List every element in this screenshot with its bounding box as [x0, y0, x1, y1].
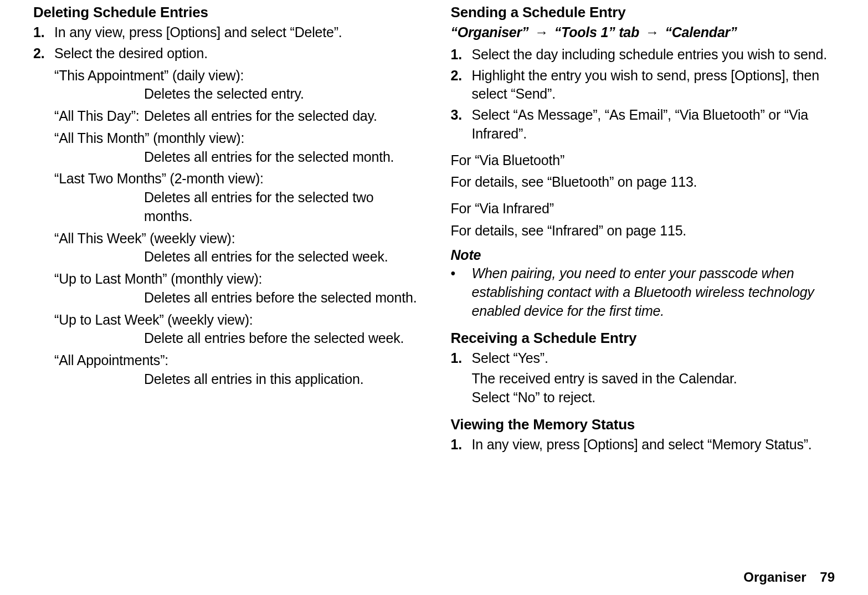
receiving-steps: 1. Select “Yes”.	[451, 349, 835, 368]
step-text: Select “Yes”.	[472, 349, 835, 368]
option-desc: Deletes all entries for the selected two…	[144, 188, 418, 226]
option-desc: Deletes all entries for the selected wee…	[144, 248, 418, 266]
list-item: 1. Select the day including schedule ent…	[451, 45, 835, 64]
sending-steps: 1. Select the day including schedule ent…	[451, 45, 835, 143]
option-term: “All Appointments”:	[54, 351, 418, 370]
step-text: Select the day including schedule entrie…	[472, 45, 835, 64]
list-item: 3. Select “As Message”, “As Email”, “Via…	[451, 106, 835, 143]
step-number: 2.	[33, 44, 54, 63]
heading-memory-status: Viewing the Memory Status	[451, 415, 835, 434]
nav-part: “Calendar”	[665, 24, 737, 40]
option-term: “All This Day”:	[54, 107, 144, 126]
option-term: “Up to Last Month” (monthly view):	[54, 270, 418, 289]
option-last-two-months: “Last Two Months” (2-month view): Delete…	[54, 170, 418, 225]
left-column: Deleting Schedule Entries 1. In any view…	[33, 3, 418, 584]
step-number: 3.	[451, 106, 472, 143]
heading-receiving: Receiving a Schedule Entry	[451, 329, 835, 348]
delete-options: “This Appointment” (daily view): Deletes…	[54, 66, 418, 389]
step-number: 1.	[451, 349, 472, 368]
option-desc: Deletes all entries for the selected day…	[144, 107, 418, 126]
bullet-icon: •	[451, 264, 468, 320]
option-term: “Last Two Months” (2-month view):	[54, 170, 418, 188]
option-all-this-week: “All This Week” (weekly view): Deletes a…	[54, 229, 418, 267]
option-this-appointment: “This Appointment” (daily view): Deletes…	[54, 66, 418, 104]
infrared-heading: For “Via Infrared”	[451, 199, 835, 218]
footer-section: Organiser	[743, 570, 806, 584]
arrow-right-icon: →	[643, 24, 661, 40]
step-number: 2.	[451, 66, 472, 104]
option-term: “All This Week” (weekly view):	[54, 229, 418, 248]
arrow-right-icon: →	[532, 24, 551, 40]
step-text: Select “As Message”, “As Email”, “Via Bl…	[472, 106, 835, 143]
list-item: 1. Select “Yes”.	[451, 349, 835, 368]
note-body: • When pairing, you need to enter your p…	[451, 264, 835, 320]
list-item: 2. Highlight the entry you wish to send,…	[451, 66, 835, 104]
page-footer: Organiser 79	[743, 570, 835, 585]
option-up-to-last-month: “Up to Last Month” (monthly view): Delet…	[54, 270, 418, 307]
step-number: 1.	[451, 435, 472, 454]
bluetooth-heading: For “Via Bluetooth”	[451, 151, 835, 170]
option-desc: Deletes all entries in this application.	[144, 370, 418, 389]
heading-sending: Sending a Schedule Entry	[451, 3, 835, 22]
infrared-text: For details, see “Infrared” on page 115.	[451, 222, 835, 240]
step-text: Select the desired option.	[54, 44, 418, 63]
receiving-subtext: Select “No” to reject.	[472, 388, 835, 407]
list-item: 1. In any view, press [Options] and sele…	[33, 23, 418, 42]
option-all-this-month: “All This Month” (monthly view): Deletes…	[54, 129, 418, 167]
step-number: 1.	[451, 45, 472, 64]
step-text: In any view, press [Options] and select …	[472, 435, 835, 454]
deleting-steps: 1. In any view, press [Options] and sele…	[33, 23, 418, 63]
step-text: Highlight the entry you wish to send, pr…	[472, 66, 835, 104]
option-term: “Up to Last Week” (weekly view):	[54, 311, 418, 330]
option-desc: Delete all entries before the selected w…	[144, 329, 418, 348]
option-desc: Deletes all entries for the selected mon…	[144, 148, 418, 167]
nav-part: “Tools 1” tab	[554, 24, 639, 40]
option-all-this-day: “All This Day”: Deletes all entries for …	[54, 107, 418, 126]
receiving-subtext: The received entry is saved in the Calen…	[472, 370, 835, 388]
nav-part: “Organiser”	[451, 24, 529, 40]
option-desc: Deletes all entries before the selected …	[144, 289, 418, 307]
list-item: 1. In any view, press [Options] and sele…	[451, 435, 835, 454]
bluetooth-text: For details, see “Bluetooth” on page 113…	[451, 173, 835, 192]
note-text: When pairing, you need to enter your pas…	[468, 264, 835, 320]
heading-deleting: Deleting Schedule Entries	[33, 3, 418, 22]
option-term: “This Appointment” (daily view):	[54, 66, 418, 85]
footer-page-number: 79	[820, 570, 835, 584]
list-item: 2. Select the desired option.	[33, 44, 418, 63]
step-number: 1.	[33, 23, 54, 42]
step-text: In any view, press [Options] and select …	[54, 23, 418, 42]
nav-path: “Organiser” → “Tools 1” tab → “Calendar”	[451, 23, 835, 42]
option-term: “All This Month” (monthly view):	[54, 129, 418, 148]
option-up-to-last-week: “Up to Last Week” (weekly view): Delete …	[54, 311, 418, 348]
option-all-appointments: “All Appointments”: Deletes all entries …	[54, 351, 418, 389]
memory-steps: 1. In any view, press [Options] and sele…	[451, 435, 835, 454]
option-desc: Deletes the selected entry.	[144, 85, 418, 104]
note-heading: Note	[451, 246, 835, 265]
right-column: Sending a Schedule Entry “Organiser” → “…	[451, 3, 835, 584]
page: Deleting Schedule Entries 1. In any view…	[0, 0, 868, 595]
